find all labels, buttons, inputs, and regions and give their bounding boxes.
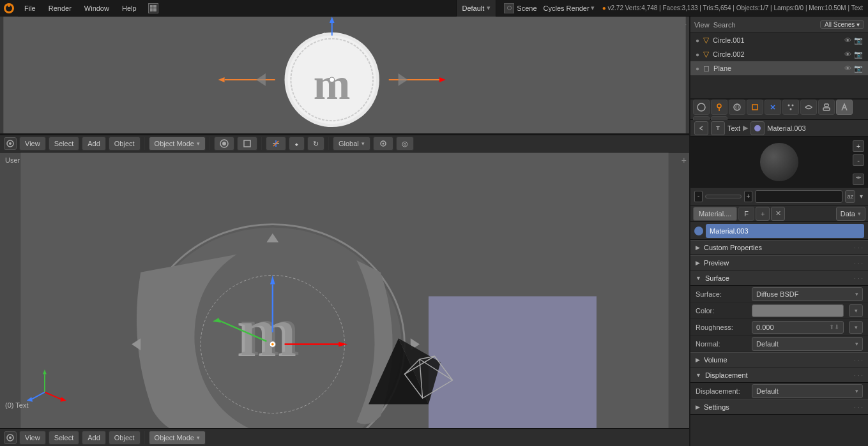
displacement-section[interactable]: ▼ Displacement · · · xyxy=(690,368,868,383)
menu-help[interactable]: Help xyxy=(116,0,143,17)
eye2-icon: ● xyxy=(696,65,699,72)
breadcrumb-back-btn[interactable] xyxy=(694,121,708,135)
rotate-btn[interactable]: ↻ xyxy=(307,137,324,151)
viewport-top: Camera Persp + m xyxy=(0,17,689,135)
bottom-add-btn[interactable]: Add xyxy=(82,431,106,445)
add-material-btn[interactable]: + xyxy=(756,207,770,221)
lamp-icon2: ▽ xyxy=(703,50,709,59)
material-name-input[interactable] xyxy=(706,224,864,238)
svg-point-60 xyxy=(697,103,705,111)
restrict-view-icon[interactable]: 👁 xyxy=(844,36,851,45)
settings-label: Settings xyxy=(704,403,729,411)
roughness-dropdown-btn[interactable]: ▾ xyxy=(849,321,863,334)
normal-dropdown[interactable]: Default ▾ xyxy=(752,337,863,351)
object-mode-btn[interactable]: Object Mode ▾ xyxy=(149,137,206,151)
add-menu-btn[interactable]: Add xyxy=(82,137,106,151)
color-arrow-icon: ▾ xyxy=(855,308,858,314)
outliner-item-selected[interactable]: ● ◻ Plane 👁 📷 xyxy=(690,61,868,75)
viewport-mode-icon[interactable] xyxy=(4,137,17,150)
zoom-in-btn[interactable]: + xyxy=(853,140,864,152)
material-color-swatch[interactable] xyxy=(694,227,703,235)
remove-material-btn[interactable]: ✕ xyxy=(771,207,785,221)
surface-section[interactable]: ▼ Surface · · · xyxy=(690,271,868,286)
sort-btn[interactable]: az xyxy=(845,190,855,203)
preview-section[interactable]: ▶ Preview · · · xyxy=(690,255,868,271)
screen-selector[interactable]: Default ▾ xyxy=(456,0,496,17)
custom-props-triangle: ▶ xyxy=(696,244,700,251)
global-btn[interactable]: Global ▾ xyxy=(333,137,370,151)
transform-btn[interactable] xyxy=(266,137,286,151)
constraints-tab[interactable] xyxy=(818,100,835,115)
svg-point-20 xyxy=(222,142,226,145)
object-menu-btn[interactable]: Object xyxy=(109,137,141,151)
engine-selector[interactable]: Cycles Render ▾ xyxy=(541,4,597,12)
data-props-tab[interactable] xyxy=(836,100,853,115)
restrict-render3-icon[interactable]: 📷 xyxy=(854,64,863,73)
preview-options-btn[interactable] xyxy=(853,174,864,185)
blender-logo-icon[interactable] xyxy=(0,0,18,17)
svg-point-64 xyxy=(736,104,738,110)
custom-properties-section[interactable]: ▶ Custom Properties · · · xyxy=(690,240,868,255)
outliner-item[interactable]: ● ▽ Circle.002 👁 📷 xyxy=(690,47,868,61)
world-props-tab[interactable] xyxy=(729,100,745,115)
outliner-scene-dropdown[interactable]: Verts:4,748 | Faces:3,133 | Tris:5,654 |… xyxy=(820,20,864,29)
restrict-view3-icon[interactable]: 👁 xyxy=(844,64,851,73)
render-props-tab[interactable] xyxy=(693,100,710,115)
svg-rect-65 xyxy=(752,105,758,110)
displacement-dots: · · · xyxy=(854,372,863,379)
svg-point-78 xyxy=(754,125,761,131)
color-prop-row: Color: ▾ xyxy=(690,302,868,319)
bottom-view-btn[interactable]: View xyxy=(19,431,46,445)
menu-render[interactable]: Render xyxy=(42,0,78,17)
bottom-mode-icon[interactable] xyxy=(4,431,17,444)
text-object-icon: T xyxy=(711,121,725,135)
snap-btn[interactable] xyxy=(373,137,393,151)
menu-file[interactable]: File xyxy=(18,0,42,17)
svg-point-44 xyxy=(271,343,274,346)
bottom-mode-btn[interactable]: Object Mode ▾ xyxy=(149,431,206,445)
roughness-input[interactable]: 0.000 ⬆⬇ xyxy=(752,321,844,334)
normal-prop-row: Normal: Default ▾ xyxy=(690,336,868,352)
volume-section[interactable]: ▶ Volume · · · xyxy=(690,352,868,368)
f-tab[interactable]: F xyxy=(738,207,754,221)
bottom-select-btn[interactable]: Select xyxy=(49,431,80,445)
object-props-tab[interactable] xyxy=(747,100,763,115)
material-zoom-out[interactable]: - xyxy=(694,191,703,202)
particles-tab[interactable] xyxy=(782,100,799,115)
svg-point-26 xyxy=(382,143,384,145)
settings-dots: · · · xyxy=(854,404,863,411)
filter-icon[interactable]: ▾ xyxy=(858,192,864,201)
stats-display: ● v2.72 Verts:4,748 | Faces:3,133 | Tris… xyxy=(597,4,868,11)
view-menu-btn[interactable]: View xyxy=(19,137,46,151)
proportional-btn[interactable]: ◎ xyxy=(396,137,414,151)
modifier-props-tab[interactable] xyxy=(765,100,781,115)
color-dropdown-btn[interactable]: ▾ xyxy=(849,304,863,317)
right-panel: View Search Verts:4,748 | Faces:3,133 | … xyxy=(689,17,868,446)
material-tab[interactable]: Material.... xyxy=(693,207,737,221)
main-content: Camera Persp + m xyxy=(0,17,868,446)
data-dropdown[interactable]: Data ▾ xyxy=(836,207,865,221)
zoom-out-btn[interactable]: - xyxy=(853,154,864,166)
render-mode-btn[interactable] xyxy=(214,137,234,151)
sep2 xyxy=(209,137,210,150)
bottom-object-btn[interactable]: Object xyxy=(109,431,141,445)
displacement-dropdown[interactable]: Default ▾ xyxy=(752,384,863,398)
roughness-arrow-icon: ▾ xyxy=(855,324,858,331)
scene-props-tab[interactable] xyxy=(711,100,727,115)
material-zoom-in[interactable]: + xyxy=(744,191,752,202)
restrict-view2-icon[interactable]: 👁 xyxy=(844,50,851,59)
restrict-render2-icon[interactable]: 📷 xyxy=(854,50,863,59)
move-btn[interactable]: ⬥ xyxy=(289,137,305,151)
breadcrumb-material-label: Material.003 xyxy=(767,124,806,132)
view-mode-btn[interactable] xyxy=(237,137,257,151)
physics-tab[interactable] xyxy=(800,100,817,115)
surface-dropdown[interactable]: Diffuse BSDF ▾ xyxy=(752,287,863,301)
restrict-render-icon[interactable]: 📷 xyxy=(854,36,863,45)
color-swatch[interactable] xyxy=(752,304,844,317)
select-menu-btn[interactable]: Select xyxy=(49,137,80,151)
outliner-item[interactable]: ● ▽ Circle.001 👁 📷 xyxy=(690,33,868,47)
settings-section[interactable]: ▶ Settings · · · xyxy=(690,399,868,415)
material-search-input[interactable] xyxy=(755,190,842,203)
menu-window[interactable]: Window xyxy=(78,0,116,17)
sep4 xyxy=(328,137,329,150)
